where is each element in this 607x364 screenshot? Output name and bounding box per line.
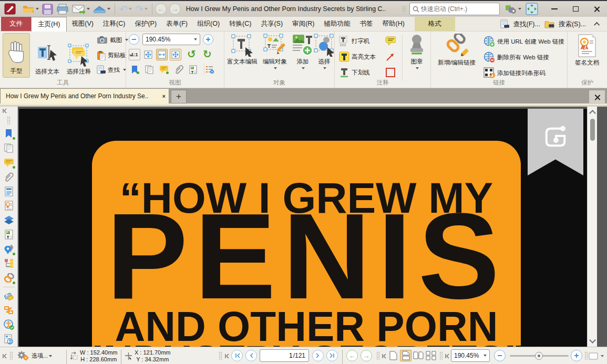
quick-launch-search[interactable] <box>409 3 500 15</box>
menu-organize[interactable]: 组织(O) <box>192 17 224 30</box>
add-object-button[interactable]: 添加 <box>292 34 314 69</box>
accessibility-check-button[interactable] <box>2 318 16 331</box>
comments-pane-button[interactable] <box>2 155 16 169</box>
bookmarks-panel-button[interactable] <box>129 64 140 75</box>
menu-format[interactable]: 格式 <box>415 17 455 31</box>
single-page-layout-button[interactable] <box>387 350 399 361</box>
menu-bookmarks[interactable]: 书签 <box>355 17 377 30</box>
order-pane-button[interactable] <box>2 304 16 317</box>
right-grip[interactable] <box>584 351 589 360</box>
attachments-pane-button[interactable] <box>2 170 16 184</box>
redo-button[interactable]: ↷ <box>133 2 149 16</box>
statusbar-collapse-icon[interactable] <box>2 353 7 359</box>
find-button[interactable]: 查找 <box>97 65 126 75</box>
back-button[interactable]: ← <box>155 3 167 15</box>
maximize-button[interactable] <box>565 1 586 17</box>
underline-text-button[interactable]: 下划线 <box>339 67 370 78</box>
layout-grip[interactable] <box>376 351 380 360</box>
open-file-button[interactable] <box>20 2 40 16</box>
continuous-layout-button[interactable] <box>400 350 411 361</box>
menu-review[interactable]: 审阅(R) <box>287 17 319 30</box>
print-button[interactable] <box>55 2 70 16</box>
last-page-button[interactable] <box>326 350 338 361</box>
page-number-input[interactable] <box>272 352 293 359</box>
undo-button[interactable]: ↶ <box>118 2 133 16</box>
bookmarks-pane-button[interactable] <box>2 127 16 140</box>
zoom-in-button[interactable] <box>203 34 213 45</box>
comments-panel-button[interactable] <box>158 64 170 75</box>
vertical-scrollbar[interactable] <box>587 107 597 347</box>
accessibility-report-button[interactable] <box>2 332 16 346</box>
structure-pane-button[interactable] <box>2 256 16 270</box>
menu-help[interactable]: 帮助(H) <box>377 17 409 30</box>
collapse-panel-icon[interactable] <box>2 108 16 116</box>
scrollbar-thumb[interactable] <box>590 119 595 141</box>
nav-grip[interactable] <box>219 351 223 360</box>
layout-collapse-icon[interactable] <box>382 353 387 359</box>
view-forward-button[interactable]: → <box>361 350 372 361</box>
signatures-pane-button[interactable] <box>2 199 16 213</box>
ui-options-button[interactable] <box>503 2 523 16</box>
rotate-ccw-button[interactable]: ↺ <box>187 49 196 59</box>
menu-accessibility[interactable]: 辅助功能 <box>319 17 355 30</box>
menu-share[interactable]: 共享(S) <box>256 17 287 30</box>
barcode-link-button[interactable]: 添加链接到条形码 <box>483 67 546 79</box>
nav-collapse-icon[interactable] <box>224 353 230 359</box>
select-comments-button[interactable]: 选择注释 <box>63 33 95 78</box>
quick-launch-input[interactable] <box>421 5 497 13</box>
sticky-note-tool[interactable] <box>385 35 396 47</box>
select-text-button[interactable]: 选择文本 <box>33 33 62 78</box>
zoom-grip[interactable] <box>439 351 444 360</box>
content-panel-button[interactable] <box>188 64 199 75</box>
statusbar-more-icon[interactable] <box>600 347 604 364</box>
snapshot-button[interactable]: 截图 <box>97 36 128 44</box>
prev-page-button[interactable] <box>245 350 257 361</box>
zoom-slider-thumb[interactable] <box>535 352 543 360</box>
rotate-cw-button[interactable]: ↻ <box>203 49 212 59</box>
next-page-button[interactable] <box>312 350 324 361</box>
typewriter-button[interactable]: 打字机 <box>339 36 370 46</box>
close-button[interactable] <box>586 1 607 17</box>
fit-page-button[interactable] <box>142 49 154 60</box>
destinations-pane-button[interactable] <box>2 242 16 256</box>
menu-protect[interactable]: 保护(P) <box>130 17 161 30</box>
highlight-text-button[interactable]: 高亮文本 <box>339 51 376 62</box>
content-pane-button[interactable] <box>2 228 16 242</box>
scroll-up-icon[interactable] <box>589 110 596 117</box>
toolbar-grip[interactable] <box>402 6 406 12</box>
two-page-layout-button[interactable] <box>413 350 424 361</box>
fit-visible-button[interactable] <box>170 49 181 60</box>
panel-grip[interactable] <box>7 116 11 124</box>
page-number-box[interactable]: /121 <box>260 349 309 362</box>
fit-width-button[interactable] <box>156 49 168 60</box>
statusbar-zoom-out-button[interactable] <box>494 350 506 361</box>
fields-pane-button[interactable] <box>2 184 16 198</box>
new-tab-button[interactable]: + <box>171 90 187 103</box>
statusbar-grip[interactable] <box>9 351 14 360</box>
arrow-tool[interactable] <box>385 51 396 63</box>
actual-size-button[interactable]: 1:1 <box>129 49 140 60</box>
stamp-button[interactable]: 图章 <box>405 34 429 69</box>
zoom-slider[interactable] <box>510 355 569 357</box>
first-page-button[interactable] <box>231 350 243 361</box>
menu-view[interactable]: 视图(V) <box>67 17 98 30</box>
close-document-button[interactable] <box>589 90 605 104</box>
document-viewport[interactable]: “HOW I GREW MY PENIS AND OTHER PORN INDU… <box>18 107 597 347</box>
add-edit-link-button[interactable]: 新增/编辑链接 <box>433 34 480 67</box>
fullscreen-mode-button[interactable] <box>589 347 598 364</box>
menu-search[interactable]: 搜索(S)... <box>558 18 587 31</box>
edit-object-button[interactable]: 编辑对象 <box>259 34 291 69</box>
menu-convert[interactable]: 转换(C) <box>224 17 256 30</box>
layers-pane-button[interactable] <box>2 213 16 227</box>
menu-form[interactable]: 表单(F) <box>161 17 192 30</box>
options-button[interactable]: 选项... <box>17 347 52 364</box>
remove-weblinks-button[interactable]: 删除所有 Web 链接 <box>483 51 549 63</box>
collapse-ribbon-icon[interactable] <box>594 22 600 28</box>
links-pane-button[interactable] <box>2 271 16 285</box>
save-button[interactable] <box>40 2 55 16</box>
zoom-collapse-icon[interactable] <box>445 353 450 359</box>
rectangle-tool[interactable] <box>385 67 396 78</box>
email-button[interactable] <box>70 2 91 16</box>
sign-document-button[interactable]: 签名文档 <box>570 34 604 67</box>
view-back-button[interactable]: ← <box>346 350 358 361</box>
